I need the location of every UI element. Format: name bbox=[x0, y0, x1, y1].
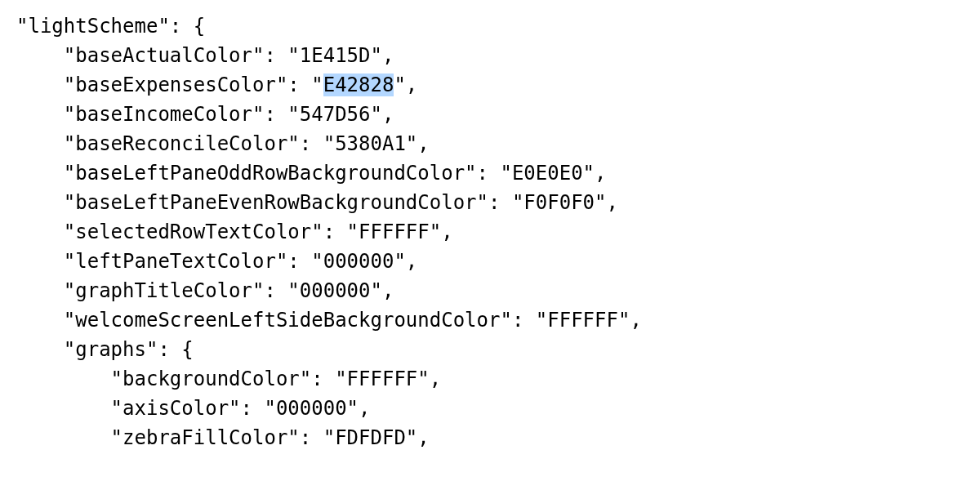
json-value: F0F0F0 bbox=[523, 191, 595, 214]
json-value-selected[interactable]: E42828 bbox=[323, 74, 394, 96]
json-value: FFFFFF bbox=[547, 309, 618, 332]
json-value: 000000 bbox=[323, 250, 394, 273]
json-key: axisColor bbox=[122, 397, 229, 420]
json-value: 000000 bbox=[276, 397, 347, 420]
json-key: graphTitleColor bbox=[75, 279, 252, 302]
json-value: 547D56 bbox=[300, 103, 371, 126]
json-key: baseIncomeColor bbox=[75, 103, 252, 126]
json-key: lightScheme bbox=[28, 15, 158, 38]
json-code-block[interactable]: "lightScheme": { "baseActualColor": "1E4… bbox=[0, 0, 980, 452]
json-value: 5380A1 bbox=[335, 132, 406, 155]
json-key: baseLeftPaneOddRowBackgroundColor bbox=[75, 162, 465, 185]
json-value: FDFDFD bbox=[335, 426, 406, 449]
json-value: E0E0E0 bbox=[512, 162, 583, 185]
json-key: welcomeScreenLeftSideBackgroundColor bbox=[75, 309, 500, 332]
json-value: 1E415D bbox=[300, 44, 371, 67]
json-key: baseLeftPaneEvenRowBackgroundColor bbox=[75, 191, 476, 214]
json-key: baseReconcileColor bbox=[75, 132, 287, 155]
json-value: FFFFFF bbox=[347, 368, 418, 390]
json-key: zebraFillColor bbox=[122, 426, 287, 449]
json-key: backgroundColor bbox=[122, 368, 300, 390]
json-key: baseExpensesColor bbox=[75, 74, 276, 96]
json-key: selectedRowTextColor bbox=[75, 220, 311, 243]
json-key: graphs bbox=[75, 338, 146, 361]
json-key: baseActualColor bbox=[75, 44, 252, 67]
json-value: 000000 bbox=[300, 279, 371, 302]
json-value: FFFFFF bbox=[359, 220, 430, 243]
json-key: leftPaneTextColor bbox=[75, 250, 276, 273]
